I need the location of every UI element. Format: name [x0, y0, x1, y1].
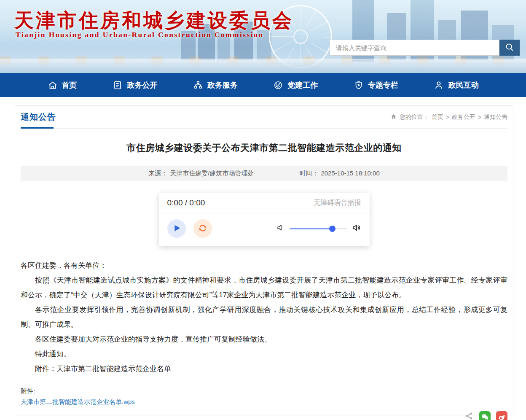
nav-item-disclosure[interactable]: 政务公开	[113, 80, 157, 90]
replay-button[interactable]	[193, 219, 212, 238]
share-icon[interactable]	[465, 412, 474, 420]
replay-icon	[198, 223, 208, 234]
nav-item-label: 首页	[62, 80, 77, 90]
site-banner: 天津市住房和城乡建设委员会 Tianjin Housing and Urban-…	[0, 0, 526, 73]
paragraph: 各示范企业要发挥引领作用，完善协调创新机制，强化产学研用深度融合，推动关键核心技…	[21, 302, 507, 332]
tab-label: 通知公告	[21, 111, 56, 123]
play-button[interactable]	[167, 219, 186, 238]
nav-item-party[interactable]: 党建工作	[273, 80, 318, 90]
breadcrumb-separator: >	[478, 114, 481, 121]
main-nav: 首页 政务公开 政务服务 党建工作	[0, 73, 526, 97]
article-body: 各区住建委，各有关单位： 按照《天津市智能建造试点城市实施方案》的文件精神和要求…	[21, 258, 507, 376]
nav-item-interaction[interactable]: 政民互动	[434, 80, 478, 90]
source-value: 天津市住建委/建筑市场管理处	[170, 170, 254, 178]
audio-player-controls	[159, 213, 370, 246]
paragraph: 各区住建委，各有关单位：	[21, 258, 507, 273]
nav-item-label: 政务服务	[207, 80, 238, 90]
audio-caption: 无障碍语音播报	[314, 199, 361, 207]
wechat-share-icon[interactable]	[479, 411, 491, 420]
nav-item-services[interactable]: 政务服务	[193, 80, 238, 90]
banner-water	[0, 59, 526, 73]
org-chart-icon	[193, 80, 203, 90]
paragraph: 按照《天津市智能建造试点城市实施方案》的文件精神和要求，市住房城乡建设委开展了天…	[21, 273, 507, 302]
party-emblem-icon	[273, 80, 283, 90]
tab-active-bar	[21, 127, 54, 129]
volume-slider-fill	[290, 228, 333, 229]
play-icon	[172, 223, 181, 234]
breadcrumb-link-notices[interactable]: 通知公告	[484, 113, 507, 121]
volume-controls	[276, 223, 361, 234]
article-source: 来源： 天津市住建委/建筑市场管理处	[148, 170, 254, 178]
nav-item-topics[interactable]: 专题专栏	[354, 80, 398, 90]
volume-slider[interactable]	[290, 228, 347, 229]
nav-item-label: 党建工作	[287, 80, 318, 90]
attachment-block: 附件: 天津市第二批智能建造示范企业名单.wps	[21, 387, 507, 406]
nav-item-label: 政民互动	[448, 80, 478, 90]
breadcrumb: 您的位置： 首页 > 政务公开 > 通知公告	[390, 113, 507, 121]
audio-player: 0:00 / 0:00 无障碍语音播报	[159, 193, 370, 246]
search-input[interactable]	[330, 40, 499, 56]
audio-time: 0:00 / 0:00	[167, 198, 205, 207]
search-button[interactable]	[499, 40, 520, 56]
attachment-label: 附件:	[21, 387, 507, 396]
breadcrumb-link-disclosure[interactable]: 政务公开	[452, 113, 475, 121]
nav-item-label: 政务公开	[127, 80, 157, 90]
nav-item-label: 专题专栏	[368, 80, 398, 90]
article-meta-bar: 来源： 天津市住建委/建筑市场管理处 时间： 2025-10-15 18:10:…	[21, 166, 507, 181]
breadcrumb-home-icon	[390, 113, 397, 121]
volume-slider-thumb[interactable]	[329, 226, 335, 232]
attachment-link[interactable]: 天津市第二批智能建造示范企业名单.wps	[21, 398, 135, 406]
share-row	[21, 411, 507, 420]
home-icon	[48, 80, 58, 90]
breadcrumb-link-home[interactable]: 首页	[432, 113, 443, 121]
paragraph: 附件：天津市第二批智能建造示范企业名单	[21, 361, 507, 376]
site-title-english: Tianjin Housing and Urban-Rural Construc…	[16, 30, 263, 39]
volume-min-icon	[276, 223, 284, 234]
section-header: 通知公告 您的位置： 首页 > 政务公开 > 通知公告	[21, 106, 507, 129]
time-label: 时间：	[299, 170, 318, 178]
content-panel: 通知公告 您的位置： 首页 > 政务公开 > 通知公告 市住房城乡建设委关于公布…	[15, 105, 513, 415]
source-label: 来源：	[148, 170, 167, 178]
paragraph: 各区住建委要加大对示范企业的指导支持力度，宣传推广可复制经验做法。	[21, 332, 507, 347]
weibo-share-icon[interactable]	[496, 411, 507, 420]
time-value: 2025-10-15 18:10:00	[321, 170, 379, 178]
breadcrumb-separator: >	[446, 114, 449, 121]
nav-item-home[interactable]: 首页	[48, 80, 77, 90]
person-icon	[434, 80, 444, 90]
article-title: 市住房城乡建设委关于公布天津市第二批智能建造示范企业的通知	[21, 142, 507, 154]
article-time: 时间： 2025-10-15 18:10:00	[299, 170, 379, 178]
document-icon	[113, 80, 123, 90]
search-bar	[330, 40, 520, 56]
paragraph: 特此通知。	[21, 347, 507, 361]
search-icon	[505, 42, 515, 54]
site-title: 天津市住房和城乡建设委员会	[14, 8, 294, 34]
audio-player-header: 0:00 / 0:00 无障碍语音播报	[159, 193, 370, 213]
shield-star-icon	[354, 80, 364, 90]
tab-notices[interactable]: 通知公告	[21, 106, 56, 128]
volume-max-icon	[352, 223, 361, 234]
breadcrumb-prefix: 您的位置：	[400, 113, 429, 121]
